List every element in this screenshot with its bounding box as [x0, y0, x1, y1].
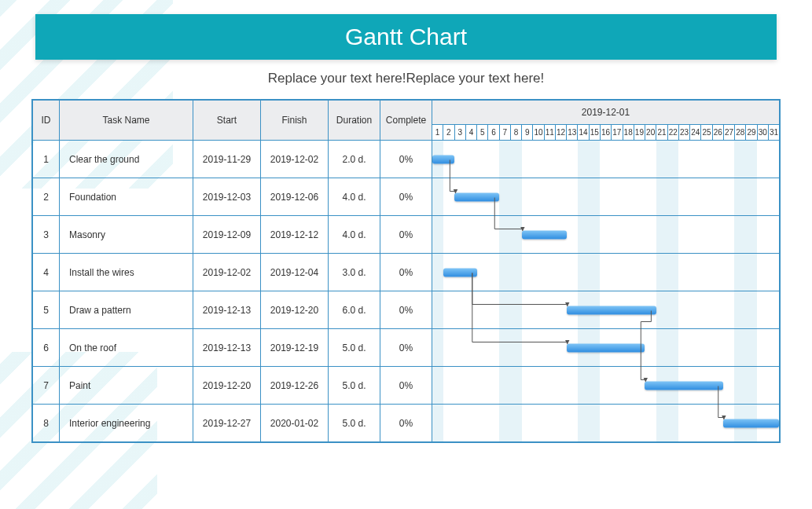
cell-duration: 6.0 d. — [329, 291, 380, 329]
header-start: Start — [193, 101, 261, 141]
timeline-day-label: 28 — [734, 125, 745, 140]
timeline-day-label: 22 — [667, 125, 678, 140]
timeline-cell — [432, 291, 780, 329]
timeline-day-label: 9 — [521, 125, 532, 140]
cell-task: Install the wires — [60, 254, 193, 291]
timeline-day-label: 31 — [768, 125, 779, 140]
timeline-day-label: 19 — [634, 125, 645, 140]
gantt-bar[interactable] — [432, 155, 454, 163]
table-row: 6On the roof2019-12-132019-12-195.0 d.0% — [33, 329, 780, 367]
timeline-cell — [432, 367, 780, 405]
cell-start: 2019-12-13 — [193, 329, 261, 367]
header-id: ID — [33, 101, 60, 141]
timeline-day-label: 12 — [555, 125, 566, 140]
cell-task: Foundation — [60, 178, 193, 216]
timeline-day-label: 24 — [689, 125, 700, 140]
cell-duration: 5.0 d. — [329, 329, 380, 367]
timeline-day-label: 21 — [656, 125, 667, 140]
timeline-day-label: 16 — [600, 125, 611, 140]
timeline-day-label: 6 — [487, 125, 498, 140]
timeline-day-label: 13 — [566, 125, 577, 140]
gantt-bar[interactable] — [443, 268, 477, 276]
timeline-day-label: 15 — [589, 125, 600, 140]
cell-finish: 2019-12-26 — [261, 367, 329, 405]
header-task: Task Name — [60, 101, 193, 141]
cell-complete: 0% — [380, 178, 432, 216]
cell-duration: 4.0 d. — [329, 216, 380, 254]
gantt-bar[interactable] — [567, 343, 645, 352]
timeline-day-label: 17 — [611, 125, 622, 140]
header-duration: Duration — [329, 101, 380, 141]
timeline-month-label: 2019-12-01 — [432, 101, 780, 125]
cell-task: Interior engineering — [60, 405, 193, 442]
timeline-day-label: 14 — [577, 125, 588, 140]
page-title: Gantt Chart — [35, 14, 777, 60]
page-subtitle: Replace your text here!Replace your text… — [0, 71, 812, 86]
table-row: 8Interior engineering2019-12-272020-01-0… — [33, 405, 780, 442]
header-finish: Finish — [261, 101, 329, 141]
cell-start: 2019-12-03 — [193, 178, 261, 216]
cell-finish: 2019-12-20 — [261, 291, 329, 329]
gantt-bar[interactable] — [567, 306, 656, 314]
cell-start: 2019-12-02 — [193, 254, 261, 291]
cell-id: 2 — [33, 178, 60, 216]
cell-complete: 0% — [380, 367, 432, 405]
table-row: 2Foundation2019-12-032019-12-064.0 d.0% — [33, 178, 780, 216]
cell-id: 7 — [33, 367, 60, 405]
gantt-bar[interactable] — [645, 381, 723, 390]
timeline-day-label: 2 — [443, 125, 454, 140]
timeline-day-label: 30 — [757, 125, 768, 140]
cell-complete: 0% — [380, 329, 432, 367]
gantt-chart: ID Task Name Start Finish Duration Compl… — [31, 99, 781, 443]
cell-finish: 2019-12-06 — [261, 178, 329, 216]
timeline-day-label: 18 — [623, 125, 634, 140]
header-complete: Complete — [380, 101, 432, 141]
cell-id: 3 — [33, 216, 60, 254]
timeline-day-label: 23 — [678, 125, 689, 140]
cell-complete: 0% — [380, 254, 432, 291]
timeline-day-label: 29 — [745, 125, 756, 140]
cell-start: 2019-12-20 — [193, 367, 261, 405]
gantt-bar[interactable] — [522, 230, 567, 239]
cell-id: 5 — [33, 291, 60, 329]
timeline-day-label: 7 — [499, 125, 510, 140]
cell-task: On the roof — [60, 329, 193, 367]
cell-id: 6 — [33, 329, 60, 367]
cell-start: 2019-11-29 — [193, 141, 261, 178]
timeline-day-label: 27 — [723, 125, 734, 140]
cell-duration: 5.0 d. — [329, 405, 380, 442]
timeline-cell — [432, 141, 780, 178]
table-row: 7Paint2019-12-202019-12-265.0 d.0% — [33, 367, 780, 405]
timeline-cell — [432, 216, 780, 254]
cell-task: Masonry — [60, 216, 193, 254]
timeline-day-label: 5 — [476, 125, 487, 140]
cell-duration: 5.0 d. — [329, 367, 380, 405]
gantt-bar[interactable] — [723, 419, 779, 427]
gantt-bar[interactable] — [454, 192, 499, 201]
timeline-cell — [432, 254, 780, 291]
cell-id: 4 — [33, 254, 60, 291]
cell-complete: 0% — [380, 141, 432, 178]
timeline-day-label: 20 — [645, 125, 656, 140]
table-row: 3Masonry2019-12-092019-12-124.0 d.0% — [33, 216, 780, 254]
cell-complete: 0% — [380, 405, 432, 442]
cell-duration: 2.0 d. — [329, 141, 380, 178]
cell-finish: 2020-01-02 — [261, 405, 329, 442]
cell-complete: 0% — [380, 291, 432, 329]
cell-start: 2019-12-27 — [193, 405, 261, 442]
timeline-day-label: 3 — [454, 125, 465, 140]
cell-task: Paint — [60, 367, 193, 405]
table-row: 5Draw a pattern2019-12-132019-12-206.0 d… — [33, 291, 780, 329]
cell-complete: 0% — [380, 216, 432, 254]
table-row: 4Install the wires2019-12-022019-12-043.… — [33, 254, 780, 291]
cell-task: Draw a pattern — [60, 291, 193, 329]
timeline-cell — [432, 405, 780, 442]
timeline-day-label: 25 — [700, 125, 711, 140]
cell-task: Clear the ground — [60, 141, 193, 178]
cell-finish: 2019-12-19 — [261, 329, 329, 367]
cell-id: 8 — [33, 405, 60, 442]
cell-finish: 2019-12-04 — [261, 254, 329, 291]
cell-duration: 4.0 d. — [329, 178, 380, 216]
timeline-day-label: 10 — [532, 125, 543, 140]
timeline-day-label: 11 — [544, 125, 555, 140]
